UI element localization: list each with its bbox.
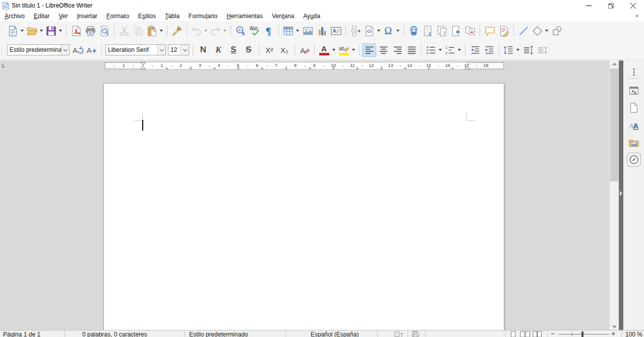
copy-button[interactable] [131, 24, 145, 38]
scrollbar-thumb[interactable] [610, 69, 618, 181]
indent-marker[interactable] [140, 62, 146, 70]
menu-estilos[interactable]: Estilos [134, 12, 160, 21]
insert-hyperlink-button[interactable] [406, 24, 421, 38]
strikethrough-button[interactable]: S [241, 43, 256, 57]
horizontal-ruler[interactable]: 1123456789101112131415161718 [104, 62, 504, 70]
paste-button[interactable] [145, 24, 164, 38]
unordered-list-button[interactable] [424, 43, 443, 57]
track-changes-button[interactable] [497, 24, 511, 38]
zoom-slider-track[interactable] [559, 334, 609, 334]
align-right-button[interactable] [390, 43, 404, 57]
sidebar-splitter[interactable] [619, 60, 623, 330]
dropdown-arrow-icon[interactable] [160, 30, 163, 32]
toolbar-grip[interactable] [0, 24, 5, 37]
align-center-button[interactable] [376, 43, 390, 57]
selection-mode-icon[interactable]: T [394, 331, 404, 337]
subscript-button[interactable]: X₂ [277, 43, 292, 57]
insert-chart-button[interactable] [315, 24, 329, 38]
document-modified-icon[interactable] [412, 331, 419, 337]
insert-page-break-button[interactable] [348, 24, 363, 38]
sidebar-page-button[interactable] [627, 101, 640, 114]
scroll-down-button[interactable] [610, 322, 619, 330]
document-page[interactable] [103, 83, 504, 330]
decrease-indent-button[interactable] [482, 43, 496, 57]
sidebar-styles-button[interactable]: AA [627, 119, 640, 132]
right-indent-marker[interactable] [464, 65, 470, 70]
open-button[interactable] [25, 24, 44, 38]
cut-button[interactable] [117, 24, 131, 38]
insert-endnote-button[interactable]: i [435, 24, 449, 38]
dropdown-arrow-icon[interactable] [545, 30, 548, 32]
underline-button[interactable]: S [226, 43, 241, 57]
tab-stop-selector[interactable]: L [2, 62, 8, 69]
menu-ver[interactable]: Ver [54, 12, 72, 21]
insert-bookmark-button[interactable] [449, 24, 463, 38]
insert-line-button[interactable] [516, 24, 531, 38]
dropdown-arrow-icon[interactable] [21, 30, 24, 32]
highlight-color-button[interactable]: ab [337, 43, 357, 57]
increase-paragraph-spacing-button[interactable] [521, 43, 535, 57]
font-color-button[interactable]: A [317, 43, 337, 57]
dropdown-arrow-icon[interactable] [296, 30, 299, 32]
restore-button[interactable] [600, 0, 622, 11]
increase-indent-button[interactable] [468, 43, 482, 57]
clone-formatting-button[interactable] [170, 24, 184, 38]
decrease-paragraph-spacing-button[interactable] [535, 43, 549, 57]
basic-shapes-button[interactable] [531, 24, 550, 38]
menu-herramientas[interactable]: Herramientas [222, 12, 267, 21]
sidebar-navigator-button[interactable] [627, 153, 640, 166]
undo-button[interactable] [190, 24, 209, 38]
minimize-button[interactable] [577, 0, 600, 11]
menu-archivo[interactable]: Archivo [0, 12, 29, 21]
draw-functions-button[interactable] [550, 24, 564, 38]
scroll-up-button[interactable] [610, 60, 619, 68]
sidebar-gallery-button[interactable] [627, 137, 640, 150]
insert-footnote-button[interactable]: 1 [421, 24, 435, 38]
single-page-view-icon[interactable] [510, 331, 516, 337]
spelling-button[interactable]: Abc [248, 24, 262, 38]
sidebar-properties-button[interactable] [627, 84, 640, 97]
insert-comment-button[interactable] [483, 24, 497, 38]
status-word-count[interactable]: 0 palabras, 0 caracteres [82, 331, 147, 337]
dropdown-arrow-icon[interactable] [458, 49, 461, 51]
clear-formatting-button[interactable]: A [298, 43, 312, 57]
status-page-style[interactable]: Estilo predeterminado [189, 331, 248, 337]
dropdown-arrow-icon[interactable] [332, 49, 335, 51]
dropdown-arrow-icon[interactable] [439, 49, 442, 51]
line-spacing-button[interactable] [502, 43, 521, 57]
export-pdf-button[interactable] [69, 24, 83, 38]
multi-page-view-icon[interactable] [520, 331, 530, 337]
formatting-marks-button[interactable]: ¶ [262, 24, 276, 38]
new-document-button[interactable] [6, 24, 25, 38]
font-size-combobox[interactable]: 12 [168, 44, 189, 55]
font-name-dropdown-button[interactable] [157, 45, 165, 55]
superscript-button[interactable]: X² [262, 43, 277, 57]
dropdown-arrow-icon[interactable] [352, 49, 355, 51]
dropdown-arrow-icon[interactable] [204, 30, 207, 32]
paragraph-style-combobox[interactable]: Estilo predeterminado [7, 44, 70, 55]
ordered-list-button[interactable]: 12 [443, 43, 462, 57]
font-name-combobox[interactable]: Liberation Serif [105, 44, 166, 55]
align-justify-button[interactable] [404, 43, 419, 57]
insert-table-button[interactable] [281, 24, 301, 38]
sidebar-settings-button[interactable] [627, 65, 640, 79]
dropdown-arrow-icon[interactable] [396, 30, 399, 32]
bold-button[interactable]: N [196, 43, 211, 57]
update-style-button[interactable]: A [71, 43, 85, 57]
close-document-button[interactable]: × [633, 12, 641, 20]
new-style-button[interactable]: A [85, 43, 99, 57]
italic-button[interactable]: K [211, 43, 226, 57]
font-size-dropdown-button[interactable] [181, 45, 189, 55]
menu-insertar[interactable]: Insertar [72, 12, 102, 21]
align-left-button[interactable] [362, 43, 376, 57]
close-button[interactable] [622, 0, 644, 11]
save-button[interactable] [44, 24, 64, 38]
dropdown-arrow-icon[interactable] [516, 49, 519, 51]
zoom-slider-thumb[interactable] [581, 331, 583, 337]
zoom-in-button[interactable]: + [611, 330, 615, 337]
menu-tabla[interactable]: Tabla [160, 12, 184, 21]
insert-cross-reference-button[interactable] [463, 24, 477, 38]
paragraph-style-dropdown-button[interactable] [61, 45, 69, 55]
insert-field-button[interactable] [363, 24, 382, 38]
dropdown-arrow-icon[interactable] [40, 30, 43, 32]
